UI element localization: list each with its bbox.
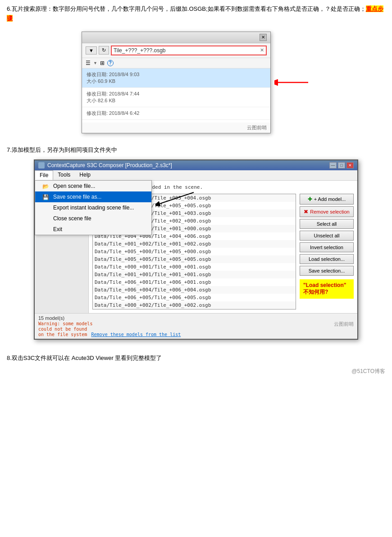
cc-footer-row: Warning: some modelscould not be foundon… xyxy=(38,321,354,337)
list-item[interactable]: Data/Tile_+006_+005/Tile_+006_+005.osgb xyxy=(93,294,296,301)
load-selection-button[interactable]: Load selection... xyxy=(300,254,354,264)
file-item[interactable]: 修改日期: 2018/8/4 9:03 大小 60.9 KB xyxy=(82,68,270,88)
dropdown-button[interactable]: ▼ xyxy=(86,46,97,55)
cc-warning-text: Warning: some modelscould not be foundon… xyxy=(38,321,181,337)
menu-arrow xyxy=(155,190,196,209)
file-date: 修改日期: 2018/8/4 9:03 xyxy=(87,71,266,78)
file-dialog-toolbar: ▼ ↻ ✕ xyxy=(82,43,270,58)
file-item[interactable]: 修改日期: 2018/8/4 6:42 xyxy=(82,107,270,120)
file-dialog-viewbar: ☰ ▼ ⊞ ? xyxy=(82,58,270,68)
search-clear-btn[interactable]: ✕ xyxy=(260,47,264,53)
section8: 8.双击S3C文件就可以在 Acute3D Viewer 里看到完整模型了 xyxy=(0,347,392,366)
file-date: 修改日期: 2018/8/4 6:42 xyxy=(87,110,266,117)
buttons-panel: ✚ + Add model... ✖ Remove selection Sele… xyxy=(300,194,354,309)
list-item[interactable]: Data/Tile_+005_+005/Tile_+005_+005.osgb xyxy=(93,255,296,263)
remove-selection-button[interactable]: ✖ Remove selection xyxy=(300,206,354,217)
menu-red-arrow xyxy=(155,190,196,208)
cc-watermark: 云图前哨 xyxy=(334,321,354,328)
file-dialog-titlebar: ✕ xyxy=(82,32,270,43)
menu-file[interactable]: File xyxy=(35,170,53,180)
model-count: 15 model(s) xyxy=(38,315,354,321)
list-item[interactable]: Data/Tile_+006_+004/Tile_+006_+004.osgb xyxy=(93,286,296,294)
section6-text: 6.瓦片搜索原理：数字部分用问号代替，几个数字用几个问号，后缀加.OSGB;如果… xyxy=(7,5,385,23)
file-item[interactable]: 修改日期: 2018/8/4 7:44 大小 82.6 KB xyxy=(82,88,270,107)
section6: 6.瓦片搜索原理：数字部分用问号代替，几个数字用几个问号，后缀加.OSGB;如果… xyxy=(0,0,392,27)
menu-help[interactable]: Help xyxy=(75,170,95,180)
open-folder-icon: 📂 xyxy=(42,183,50,189)
svg-line-3 xyxy=(160,192,194,204)
cc-menubar: File Tools Help 📂 Open scene file... 💾 S… xyxy=(35,170,357,181)
menu-save-scene-as[interactable]: 💾 Save scene file as... xyxy=(35,191,151,202)
cc-window: ContextCapture S3C Composer [Production_… xyxy=(34,159,358,340)
cc-app-icon xyxy=(38,162,45,168)
maximize-btn[interactable]: □ xyxy=(338,162,345,168)
file-meta: 修改日期: 2018/8/4 6:42 xyxy=(87,110,266,117)
cc-title-text: ContextCapture S3C Composer [Production_… xyxy=(47,162,172,168)
file-list: 修改日期: 2018/8/4 9:03 大小 60.9 KB 修改日期: 201… xyxy=(82,68,270,123)
watermark: 云图前哨 xyxy=(82,123,270,133)
file-dialog: ✕ ▼ ↻ ✕ ☰ ▼ ⊞ ? 修改 xyxy=(82,32,271,133)
warning-message: Warning: some modelscould not be foundon… xyxy=(38,321,92,337)
list-item[interactable]: Data/Tile_+001_+002/Tile_+001_+002.osgb xyxy=(93,240,296,248)
menu-tools[interactable]: Tools xyxy=(53,170,75,180)
close-window-btn[interactable]: ✕ xyxy=(346,162,354,168)
help-icon[interactable]: ? xyxy=(107,60,114,66)
list-item[interactable]: Data/Tile_+005_+000/Tile_+005_+000.osgb xyxy=(93,248,296,255)
select-all-button[interactable]: Select all xyxy=(300,219,354,229)
red-arrow-svg xyxy=(274,76,310,89)
save-icon: 💾 xyxy=(42,194,50,200)
export-icon xyxy=(42,205,50,210)
menu-export-instant[interactable]: Export instant loading scene file... xyxy=(35,202,151,213)
section8-text: 8.双击S3C文件就可以在 Acute3D Viewer 里看到完整模型了 xyxy=(7,354,385,362)
cc-titlebar-controls: — □ ✕ xyxy=(329,162,354,168)
list-item[interactable]: Data/Tile_+006_+001/Tile_+006_+001.osgb xyxy=(93,278,296,286)
list-item[interactable]: Data/Tile_+000_+002/Tile_+000_+002.osgb xyxy=(93,301,296,309)
minimize-btn[interactable]: — xyxy=(329,162,337,168)
cc-window-container: ContextCapture S3C Composer [Production_… xyxy=(0,159,392,347)
section7: 7.添加模型后，另存为到相同项目文件夹中 xyxy=(0,142,392,159)
yellow-note: "Load selection"不知何用? xyxy=(300,279,354,299)
file-dialog-close-btn[interactable]: ✕ xyxy=(260,34,267,41)
arrow-annotation xyxy=(274,76,310,89)
view-details-icon[interactable]: ☰ xyxy=(86,60,91,66)
refresh-button[interactable]: ↻ xyxy=(99,46,109,55)
menu-close-scene[interactable]: Close scene file xyxy=(35,213,151,224)
search-box: ✕ xyxy=(111,46,267,55)
add-model-button[interactable]: ✚ + Add model... xyxy=(300,194,354,205)
file-meta: 修改日期: 2018/8/4 9:03 大小 60.9 KB xyxy=(87,71,266,85)
save-selection-button[interactable]: Save selection... xyxy=(300,266,354,276)
list-item[interactable]: Data/Tile_+000_+001/Tile_+000_+001.osgb xyxy=(93,263,296,271)
file-date: 修改日期: 2018/8/4 7:44 xyxy=(87,91,266,97)
file-meta: 修改日期: 2018/8/4 7:44 大小 82.6 KB xyxy=(87,91,266,104)
plus-icon: ✚ xyxy=(308,196,312,202)
file-size: 大小 60.9 KB xyxy=(87,78,266,85)
cc-titlebar: ContextCapture S3C Composer [Production_… xyxy=(35,160,357,170)
cc-footer: 15 model(s) Warning: some modelscould no… xyxy=(35,313,357,339)
file-size: 大小 82.6 KB xyxy=(87,97,266,104)
remove-icon: ✖ xyxy=(304,209,308,215)
view-large-icon[interactable]: ⊞ xyxy=(100,60,105,66)
remove-models-link[interactable]: Remove these models from the list xyxy=(91,332,181,337)
menu-exit[interactable]: Exit xyxy=(35,224,151,235)
blog-attribution: @51CTO博客 xyxy=(351,368,385,375)
page-footer: @51CTO博客 xyxy=(0,366,392,377)
cc-titlebar-title: ContextCapture S3C Composer [Production_… xyxy=(38,162,172,168)
menu-open-scene[interactable]: 📂 Open scene file... xyxy=(35,181,151,191)
section7-text: 7.添加模型后，另存为到相同项目文件夹中 xyxy=(7,146,385,154)
view-dropdown-icon[interactable]: ▼ xyxy=(93,61,97,65)
cc-file-dropdown: 📂 Open scene file... 💾 Save scene file a… xyxy=(35,180,152,235)
file-dialog-area: ✕ ▼ ↻ ✕ ☰ ▼ ⊞ ? 修改 xyxy=(0,27,392,142)
search-input[interactable] xyxy=(114,47,260,54)
invert-selection-button[interactable]: Invert selection xyxy=(300,242,354,252)
list-item[interactable]: Data/Tile_+001_+001/Tile_+001_+001.osgb xyxy=(93,271,296,278)
unselect-all-button[interactable]: Unselect all xyxy=(300,231,354,241)
